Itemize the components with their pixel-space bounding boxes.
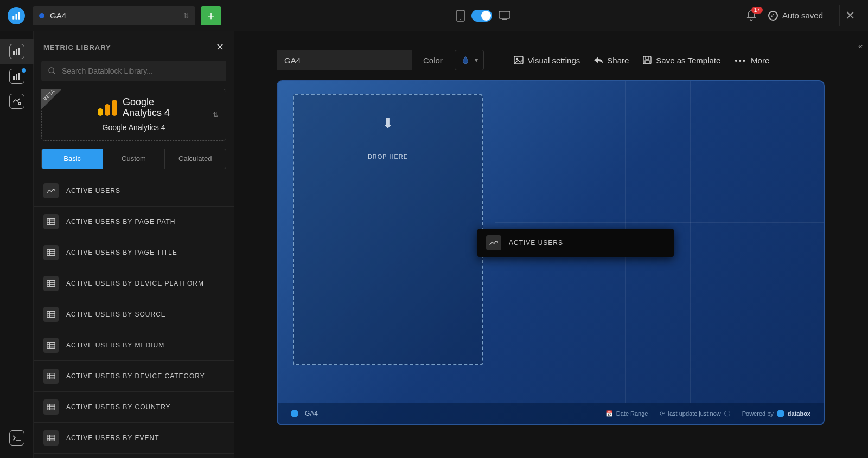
- chevron-left-double-icon: «: [858, 41, 863, 50]
- app-logo[interactable]: [8, 7, 25, 24]
- svg-rect-2: [18, 12, 20, 20]
- autosaved-label: Auto saved: [782, 11, 823, 20]
- databox-logo-icon: [777, 410, 784, 417]
- metric-label: ACTIVE USERS BY DEVICE PLATFORM: [66, 280, 204, 287]
- ga-logo: Google Analytics 4: [98, 97, 170, 119]
- search-input[interactable]: [62, 67, 220, 75]
- device-toggle[interactable]: [471, 10, 492, 22]
- panel-close-button[interactable]: ✕: [216, 41, 224, 53]
- color-label: Color: [423, 56, 443, 65]
- rail-metric-library[interactable]: [0, 39, 34, 64]
- svg-rect-0: [12, 16, 14, 20]
- desktop-icon[interactable]: [499, 11, 510, 21]
- line-chart-icon: [43, 183, 59, 198]
- metric-item[interactable]: AVERAGE PURCHASE REVENUE: [34, 454, 234, 458]
- metric-item[interactable]: ACTIVE USERS BY DEVICE CATEGORY: [34, 361, 234, 392]
- close-icon: ✕: [216, 42, 224, 53]
- datasource-card[interactable]: BETA Google Analytics 4 Google Analytics…: [41, 89, 226, 141]
- panel-header: METRIC LIBRARY ✕: [34, 31, 234, 61]
- device-toggle-group: [221, 10, 745, 22]
- metric-item[interactable]: ACTIVE USERS BY PAGE PATH: [34, 207, 234, 237]
- more-button[interactable]: ••• More: [731, 53, 773, 68]
- metric-item[interactable]: ACTIVE USERS BY COUNTRY: [34, 392, 234, 423]
- metric-item[interactable]: ACTIVE USERS BY EVENT: [34, 423, 234, 454]
- collapse-panel-button[interactable]: «: [858, 41, 863, 50]
- chevron-down-icon: ▾: [475, 56, 478, 64]
- metric-item[interactable]: ACTIVE USERS BY DEVICE PLATFORM: [34, 268, 234, 299]
- chevron-updown-icon: ⇅: [183, 12, 189, 20]
- metric-item[interactable]: ACTIVE USERS BY SOURCE: [34, 299, 234, 330]
- metric-label: ACTIVE USERS BY MEDIUM: [66, 341, 164, 349]
- footer-date-range[interactable]: 📅 Date Range: [605, 410, 648, 417]
- table-icon: [43, 338, 59, 353]
- rail-dot: [22, 68, 26, 73]
- datasource-subtitle: Google Analytics 4: [103, 123, 165, 132]
- metric-list[interactable]: ACTIVE USERSACTIVE USERS BY PAGE PATHACT…: [34, 176, 234, 458]
- table-icon: [43, 369, 59, 384]
- tab-custom[interactable]: Custom: [103, 149, 164, 169]
- save-template-button[interactable]: Save as Template: [640, 53, 724, 68]
- left-rail: [0, 31, 34, 458]
- info-icon: ⓘ: [724, 410, 730, 418]
- metric-label: ACTIVE USERS BY PAGE PATH: [66, 218, 176, 225]
- svg-point-4: [460, 19, 461, 20]
- svg-rect-11: [16, 74, 17, 80]
- grid-line: [495, 293, 824, 293]
- svg-rect-51: [643, 56, 651, 64]
- mobile-icon[interactable]: [456, 10, 465, 22]
- check-circle-icon: ✓: [768, 11, 778, 21]
- metric-library-panel: METRIC LIBRARY ✕ BETA Google Analytics 4…: [34, 31, 234, 458]
- plus-icon: ＋: [205, 8, 217, 24]
- notification-count: 17: [751, 7, 763, 14]
- separator: [497, 51, 497, 69]
- ga-bars-icon: [98, 100, 117, 116]
- table-icon: [43, 245, 59, 260]
- dashboard-name-input[interactable]: GA4: [277, 50, 412, 70]
- metric-item[interactable]: ACTIVE USERS BY PAGE TITLE: [34, 237, 234, 268]
- svg-rect-29: [47, 311, 55, 317]
- svg-rect-33: [47, 342, 55, 348]
- refresh-icon: ⟳: [660, 410, 665, 417]
- svg-rect-8: [16, 49, 17, 55]
- beta-badge: BETA: [41, 89, 62, 109]
- chart-user-icon: [9, 94, 24, 109]
- svg-rect-45: [47, 435, 55, 441]
- metric-label: ACTIVE USERS BY SOURCE: [66, 311, 166, 318]
- metric-item[interactable]: ACTIVE USERS: [34, 176, 234, 207]
- tab-basic[interactable]: Basic: [42, 149, 103, 169]
- share-button[interactable]: Share: [591, 53, 632, 68]
- bars-icon: [9, 44, 24, 59]
- close-editor-button[interactable]: ✕: [839, 5, 860, 26]
- metric-label: ACTIVE USERS BY PAGE TITLE: [66, 249, 177, 256]
- datasource-label: GA4: [50, 11, 66, 20]
- metric-label: ACTIVE USERS BY DEVICE CATEGORY: [66, 372, 205, 380]
- add-button[interactable]: ＋: [201, 6, 221, 25]
- tab-calculated[interactable]: Calculated: [164, 149, 226, 169]
- svg-rect-7: [13, 51, 15, 55]
- rail-databoards[interactable]: [0, 64, 34, 89]
- visual-settings-button[interactable]: Visual settings: [510, 53, 583, 68]
- table-icon: [43, 430, 59, 446]
- rail-console[interactable]: [0, 425, 34, 450]
- metric-item[interactable]: ACTIVE USERS BY MEDIUM: [34, 330, 234, 361]
- rail-users[interactable]: [0, 89, 34, 114]
- svg-rect-5: [499, 11, 510, 18]
- drop-icon: [461, 55, 470, 65]
- drop-slot[interactable]: ⬇ DROP HERE: [293, 94, 483, 365]
- datasource-dot: [39, 13, 44, 18]
- calendar-icon: 📅: [605, 410, 613, 417]
- color-dropdown[interactable]: ▾: [455, 50, 484, 70]
- notifications-button[interactable]: 17: [745, 10, 757, 22]
- datasource-selector[interactable]: GA4 ⇅: [33, 6, 195, 25]
- svg-rect-9: [18, 48, 20, 55]
- canvas-area: « GA4 Color ▾ Visual settings Share Save…: [234, 31, 868, 458]
- svg-rect-17: [47, 218, 55, 224]
- svg-rect-6: [502, 19, 507, 20]
- share-icon: [594, 56, 603, 64]
- grid-line: [690, 81, 691, 403]
- footer-logo-icon: [291, 410, 298, 417]
- svg-rect-37: [47, 373, 55, 379]
- search-input-wrap[interactable]: [41, 61, 226, 81]
- svg-rect-10: [13, 76, 15, 80]
- footer-last-update[interactable]: ⟳ last update just now ⓘ: [660, 410, 730, 418]
